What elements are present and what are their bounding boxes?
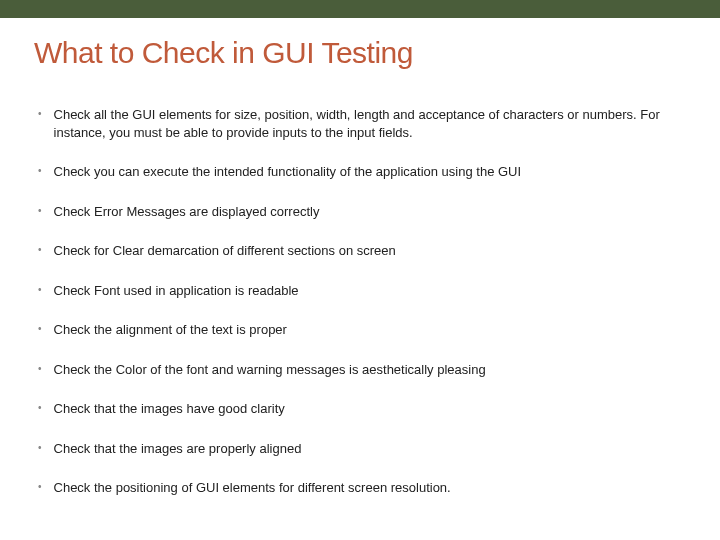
bullet-text: Check for Clear demarcation of different… [54,242,396,260]
list-item: • Check that the images are properly ali… [38,440,686,458]
bullet-icon: • [38,481,42,492]
bullet-text: Check the alignment of the text is prope… [54,321,287,339]
list-item: • Check Font used in application is read… [38,282,686,300]
bullet-icon: • [38,244,42,255]
bullet-text: Check Font used in application is readab… [54,282,299,300]
list-item: • Check you can execute the intended fun… [38,163,686,181]
list-item: • Check that the images have good clarit… [38,400,686,418]
bullet-icon: • [38,284,42,295]
list-item: • Check the positioning of GUI elements … [38,479,686,497]
bullet-text: Check you can execute the intended funct… [54,163,522,181]
slide-content: What to Check in GUI Testing • Check all… [0,18,720,497]
bullet-icon: • [38,442,42,453]
bullet-text: Check the positioning of GUI elements fo… [54,479,451,497]
list-item: • Check all the GUI elements for size, p… [38,106,686,141]
list-item: • Check Error Messages are displayed cor… [38,203,686,221]
bullet-icon: • [38,323,42,334]
bullet-icon: • [38,402,42,413]
bullet-text: Check the Color of the font and warning … [54,361,486,379]
bullet-icon: • [38,205,42,216]
list-item: • Check for Clear demarcation of differe… [38,242,686,260]
bullet-icon: • [38,363,42,374]
bullet-list: • Check all the GUI elements for size, p… [34,106,686,497]
bullet-text: Check all the GUI elements for size, pos… [54,106,686,141]
slide-title: What to Check in GUI Testing [34,36,686,70]
bullet-text: Check that the images have good clarity [54,400,285,418]
list-item: • Check the alignment of the text is pro… [38,321,686,339]
bullet-icon: • [38,165,42,176]
bullet-text: Check Error Messages are displayed corre… [54,203,320,221]
header-accent-bar [0,0,720,18]
bullet-icon: • [38,108,42,119]
bullet-text: Check that the images are properly align… [54,440,302,458]
list-item: • Check the Color of the font and warnin… [38,361,686,379]
